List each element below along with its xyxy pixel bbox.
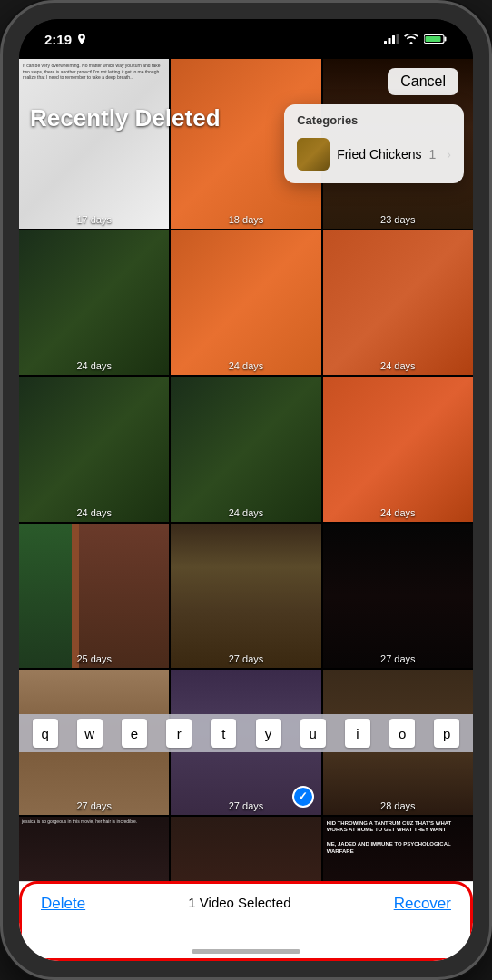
cell-label-12: 27 days bbox=[323, 653, 473, 664]
selection-status: 1 Video Selected bbox=[188, 895, 290, 910]
bottom-toolbar: Delete 1 Video Selected Recover bbox=[19, 881, 473, 961]
cell-label-10: 25 days bbox=[19, 653, 169, 664]
cell-label-2: 18 days bbox=[171, 214, 320, 225]
svg-rect-0 bbox=[384, 41, 387, 44]
status-bar: 2:19 bbox=[19, 19, 473, 59]
cancel-button[interactable]: Cancel bbox=[388, 68, 458, 95]
cell-label-15: 28 days bbox=[323, 800, 473, 811]
key-e[interactable]: e bbox=[122, 719, 147, 748]
status-icons bbox=[384, 34, 448, 44]
svg-rect-2 bbox=[392, 35, 395, 44]
status-time: 2:19 bbox=[44, 32, 86, 47]
grid-cell-10[interactable]: 25 days bbox=[19, 524, 169, 668]
key-q[interactable]: q bbox=[33, 719, 58, 748]
key-r[interactable]: r bbox=[166, 719, 192, 748]
meme-text: KID THROWING A TANTRUM CUZ THAT'S WHAT W… bbox=[327, 820, 469, 856]
home-indicator bbox=[192, 949, 300, 954]
photo-grid: It can be very overwhelming. No matter w… bbox=[19, 59, 473, 961]
cell-label-6: 24 days bbox=[323, 360, 473, 371]
svg-rect-3 bbox=[397, 34, 399, 44]
svg-rect-1 bbox=[389, 38, 391, 44]
delete-button[interactable]: Delete bbox=[41, 895, 85, 913]
key-o[interactable]: o bbox=[389, 719, 415, 748]
notch bbox=[187, 19, 305, 44]
grid-cell-11[interactable]: 27 days bbox=[171, 524, 320, 668]
categories-title: Categories bbox=[297, 113, 451, 127]
cell-label-14: 27 days bbox=[171, 800, 320, 811]
category-thumbnail bbox=[297, 138, 330, 171]
cell-label-9: 24 days bbox=[323, 507, 473, 518]
key-w[interactable]: w bbox=[77, 719, 103, 748]
chevron-right-icon: › bbox=[447, 147, 451, 162]
location-icon bbox=[77, 34, 86, 44]
keyboard-row: q w e r t y u i o p bbox=[19, 714, 473, 752]
key-i[interactable]: i bbox=[345, 719, 370, 748]
key-u[interactable]: u bbox=[300, 719, 326, 748]
category-count: 1 bbox=[429, 147, 437, 162]
grid-cell-7[interactable]: 24 days bbox=[19, 377, 169, 521]
cell-label-4: 24 days bbox=[19, 360, 169, 371]
wifi-icon bbox=[404, 34, 418, 44]
key-p[interactable]: p bbox=[434, 719, 459, 748]
categories-popup[interactable]: Categories Fried Chickens 1 › bbox=[284, 104, 464, 183]
battery-icon bbox=[424, 34, 448, 44]
grid-cell-4[interactable]: 24 days bbox=[19, 230, 169, 375]
header-overlay: Cancel bbox=[19, 59, 473, 104]
cell-label-3: 23 days bbox=[323, 214, 473, 225]
key-t[interactable]: t bbox=[211, 719, 236, 748]
key-y[interactable]: y bbox=[256, 719, 281, 748]
category-name: Fried Chickens bbox=[337, 147, 421, 162]
svg-rect-5 bbox=[445, 37, 447, 42]
category-item[interactable]: Fried Chickens 1 › bbox=[297, 134, 451, 174]
grid-cell-12[interactable]: 27 days bbox=[323, 524, 473, 668]
phone-screen: 2:19 bbox=[19, 19, 473, 961]
cell-label-11: 27 days bbox=[171, 653, 320, 664]
content-area: It can be very overwhelming. No matter w… bbox=[19, 59, 473, 961]
grid-cell-5[interactable]: 24 days bbox=[171, 230, 320, 375]
grid-cell-6[interactable]: 24 days bbox=[323, 230, 473, 375]
cell-label-1: 17 days bbox=[19, 214, 169, 225]
phone-frame: 2:19 bbox=[0, 0, 492, 980]
cell-label-5: 24 days bbox=[171, 360, 320, 371]
grid-cell-9[interactable]: 24 days bbox=[323, 377, 473, 521]
cell-label-8: 24 days bbox=[171, 507, 320, 518]
cell-label-7: 24 days bbox=[19, 507, 169, 518]
svg-rect-6 bbox=[426, 36, 441, 42]
cell-label-13: 27 days bbox=[19, 800, 169, 811]
signal-icon bbox=[384, 34, 399, 44]
time-display: 2:19 bbox=[44, 32, 72, 47]
grid-cell-8[interactable]: 24 days bbox=[171, 377, 320, 521]
page-title: Recently Deleted bbox=[30, 104, 221, 132]
recover-button[interactable]: Recover bbox=[394, 895, 451, 913]
